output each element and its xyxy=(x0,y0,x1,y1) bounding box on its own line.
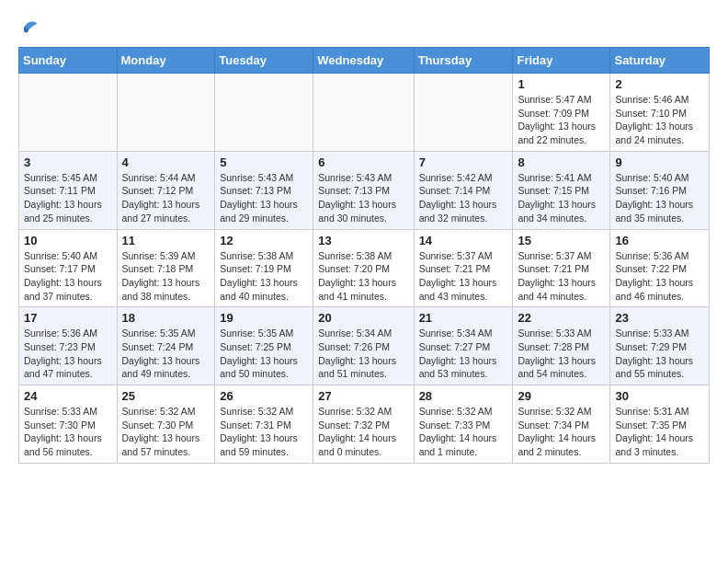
calendar-cell: 21Sunrise: 5:34 AMSunset: 7:27 PMDayligh… xyxy=(414,307,513,385)
day-number: 21 xyxy=(419,311,508,325)
day-info: Sunrise: 5:33 AMSunset: 7:29 PMDaylight:… xyxy=(615,327,704,381)
day-number: 8 xyxy=(518,155,605,169)
calendar-cell: 5Sunrise: 5:43 AMSunset: 7:13 PMDaylight… xyxy=(215,151,313,229)
calendar-cell: 17Sunrise: 5:36 AMSunset: 7:23 PMDayligh… xyxy=(19,307,118,385)
day-info: Sunrise: 5:31 AMSunset: 7:35 PMDaylight:… xyxy=(615,405,704,459)
day-info: Sunrise: 5:43 AMSunset: 7:13 PMDaylight:… xyxy=(220,171,308,225)
day-number: 13 xyxy=(318,234,408,247)
day-number: 11 xyxy=(122,234,210,247)
day-number: 1 xyxy=(518,77,605,91)
calendar-cell: 19Sunrise: 5:35 AMSunset: 7:25 PMDayligh… xyxy=(215,307,313,385)
day-info: Sunrise: 5:37 AMSunset: 7:21 PMDaylight:… xyxy=(518,249,605,304)
day-info: Sunrise: 5:36 AMSunset: 7:23 PMDaylight:… xyxy=(24,327,112,381)
calendar-cell: 25Sunrise: 5:32 AMSunset: 7:30 PMDayligh… xyxy=(117,385,215,464)
calendar-cell: 27Sunrise: 5:32 AMSunset: 7:32 PMDayligh… xyxy=(313,385,414,464)
calendar-cell: 29Sunrise: 5:32 AMSunset: 7:34 PMDayligh… xyxy=(513,385,610,464)
calendar-cell: 7Sunrise: 5:42 AMSunset: 7:14 PMDaylight… xyxy=(414,151,513,229)
day-info: Sunrise: 5:32 AMSunset: 7:31 PMDaylight:… xyxy=(220,405,308,459)
calendar-cell: 22Sunrise: 5:33 AMSunset: 7:28 PMDayligh… xyxy=(513,307,610,385)
day-number: 3 xyxy=(24,155,112,169)
day-info: Sunrise: 5:46 AMSunset: 7:10 PMDaylight:… xyxy=(615,93,704,147)
calendar-cell xyxy=(19,74,118,152)
calendar-cell: 28Sunrise: 5:32 AMSunset: 7:33 PMDayligh… xyxy=(414,385,513,464)
calendar-cell: 18Sunrise: 5:35 AMSunset: 7:24 PMDayligh… xyxy=(117,307,215,385)
day-number: 12 xyxy=(220,234,308,247)
day-number: 15 xyxy=(518,234,605,247)
calendar-cell: 6Sunrise: 5:43 AMSunset: 7:13 PMDaylight… xyxy=(313,151,414,229)
calendar-cell: 9Sunrise: 5:40 AMSunset: 7:16 PMDaylight… xyxy=(610,151,710,229)
day-info: Sunrise: 5:32 AMSunset: 7:32 PMDaylight:… xyxy=(318,405,408,459)
day-number: 28 xyxy=(419,389,508,403)
calendar-cell xyxy=(117,74,215,152)
day-number: 29 xyxy=(518,389,605,403)
day-info: Sunrise: 5:36 AMSunset: 7:22 PMDaylight:… xyxy=(615,249,704,304)
day-number: 17 xyxy=(24,311,112,325)
day-info: Sunrise: 5:38 AMSunset: 7:20 PMDaylight:… xyxy=(318,249,408,304)
calendar-cell: 23Sunrise: 5:33 AMSunset: 7:29 PMDayligh… xyxy=(610,307,710,385)
day-number: 23 xyxy=(615,311,704,325)
day-info: Sunrise: 5:41 AMSunset: 7:15 PMDaylight:… xyxy=(518,171,605,225)
calendar-cell: 1Sunrise: 5:47 AMSunset: 7:09 PMDaylight… xyxy=(513,74,610,152)
calendar-cell: 12Sunrise: 5:38 AMSunset: 7:19 PMDayligh… xyxy=(215,229,313,307)
day-info: Sunrise: 5:34 AMSunset: 7:27 PMDaylight:… xyxy=(419,327,508,381)
day-info: Sunrise: 5:33 AMSunset: 7:28 PMDaylight:… xyxy=(518,327,605,381)
calendar-cell: 20Sunrise: 5:34 AMSunset: 7:26 PMDayligh… xyxy=(313,307,414,385)
calendar-cell: 11Sunrise: 5:39 AMSunset: 7:18 PMDayligh… xyxy=(117,229,215,307)
day-info: Sunrise: 5:32 AMSunset: 7:33 PMDaylight:… xyxy=(419,405,508,459)
calendar-cell: 26Sunrise: 5:32 AMSunset: 7:31 PMDayligh… xyxy=(215,385,313,464)
day-info: Sunrise: 5:35 AMSunset: 7:24 PMDaylight:… xyxy=(122,327,210,381)
calendar-cell: 2Sunrise: 5:46 AMSunset: 7:10 PMDaylight… xyxy=(610,74,710,152)
calendar-cell: 13Sunrise: 5:38 AMSunset: 7:20 PMDayligh… xyxy=(313,229,414,307)
weekday-header-tuesday: Tuesday xyxy=(215,48,313,74)
day-number: 10 xyxy=(24,234,112,247)
day-number: 4 xyxy=(122,155,210,169)
day-info: Sunrise: 5:39 AMSunset: 7:18 PMDaylight:… xyxy=(122,249,210,304)
day-info: Sunrise: 5:47 AMSunset: 7:09 PMDaylight:… xyxy=(518,93,605,147)
day-number: 6 xyxy=(318,155,408,169)
day-number: 30 xyxy=(615,389,704,403)
day-info: Sunrise: 5:38 AMSunset: 7:19 PMDaylight:… xyxy=(220,249,308,304)
day-number: 18 xyxy=(122,311,210,325)
day-info: Sunrise: 5:40 AMSunset: 7:17 PMDaylight:… xyxy=(24,249,112,304)
day-info: Sunrise: 5:33 AMSunset: 7:30 PMDaylight:… xyxy=(24,405,112,459)
day-number: 2 xyxy=(615,77,704,91)
day-number: 9 xyxy=(615,155,704,169)
weekday-header-wednesday: Wednesday xyxy=(313,48,414,74)
day-number: 14 xyxy=(419,234,508,247)
day-number: 16 xyxy=(615,234,704,247)
weekday-header-monday: Monday xyxy=(117,48,215,74)
day-info: Sunrise: 5:45 AMSunset: 7:11 PMDaylight:… xyxy=(24,171,112,225)
calendar-cell xyxy=(215,74,313,152)
day-number: 24 xyxy=(24,389,112,403)
calendar-cell: 15Sunrise: 5:37 AMSunset: 7:21 PMDayligh… xyxy=(513,229,610,307)
calendar-cell: 24Sunrise: 5:33 AMSunset: 7:30 PMDayligh… xyxy=(19,385,118,464)
day-info: Sunrise: 5:32 AMSunset: 7:34 PMDaylight:… xyxy=(518,405,605,459)
weekday-header-sunday: Sunday xyxy=(19,48,118,74)
calendar-cell: 3Sunrise: 5:45 AMSunset: 7:11 PMDaylight… xyxy=(19,151,118,229)
calendar-cell: 14Sunrise: 5:37 AMSunset: 7:21 PMDayligh… xyxy=(414,229,513,307)
day-info: Sunrise: 5:44 AMSunset: 7:12 PMDaylight:… xyxy=(122,171,210,225)
day-info: Sunrise: 5:42 AMSunset: 7:14 PMDaylight:… xyxy=(419,171,508,225)
day-number: 26 xyxy=(220,389,308,403)
day-info: Sunrise: 5:32 AMSunset: 7:30 PMDaylight:… xyxy=(122,405,210,459)
day-info: Sunrise: 5:34 AMSunset: 7:26 PMDaylight:… xyxy=(318,327,408,381)
weekday-header-thursday: Thursday xyxy=(414,48,513,74)
day-number: 20 xyxy=(318,311,408,325)
weekday-header-saturday: Saturday xyxy=(610,48,710,74)
day-number: 27 xyxy=(318,389,408,403)
day-number: 25 xyxy=(122,389,210,403)
day-number: 7 xyxy=(419,155,508,169)
calendar-cell xyxy=(313,74,414,152)
day-info: Sunrise: 5:43 AMSunset: 7:13 PMDaylight:… xyxy=(318,171,408,225)
calendar-cell: 4Sunrise: 5:44 AMSunset: 7:12 PMDaylight… xyxy=(117,151,215,229)
day-info: Sunrise: 5:37 AMSunset: 7:21 PMDaylight:… xyxy=(419,249,508,304)
logo xyxy=(18,18,39,43)
calendar-cell: 16Sunrise: 5:36 AMSunset: 7:22 PMDayligh… xyxy=(610,229,710,307)
day-info: Sunrise: 5:35 AMSunset: 7:25 PMDaylight:… xyxy=(220,327,308,381)
day-number: 22 xyxy=(518,311,605,325)
calendar-cell: 30Sunrise: 5:31 AMSunset: 7:35 PMDayligh… xyxy=(610,385,710,464)
logo-bird-icon xyxy=(20,18,40,39)
calendar-cell: 10Sunrise: 5:40 AMSunset: 7:17 PMDayligh… xyxy=(19,229,118,307)
calendar-table: SundayMondayTuesdayWednesdayThursdayFrid… xyxy=(18,47,710,464)
day-number: 5 xyxy=(220,155,308,169)
